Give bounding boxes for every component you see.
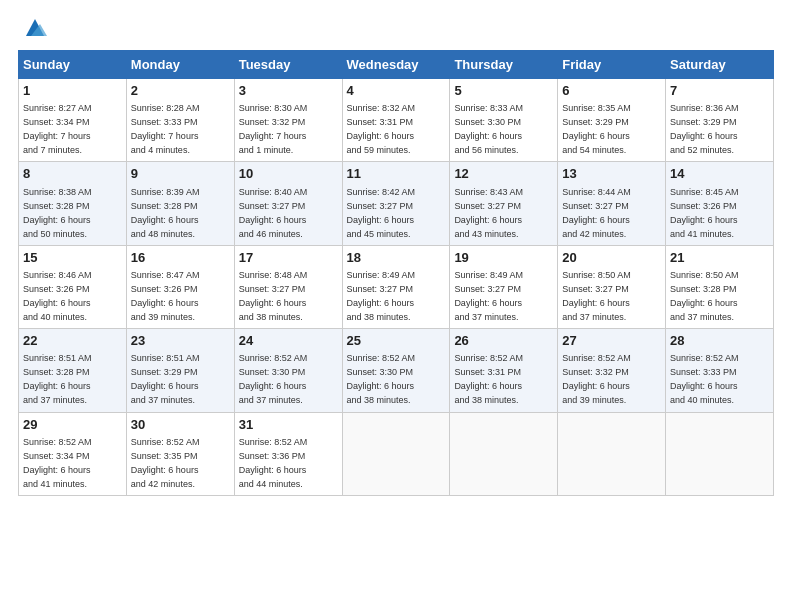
- day-number: 12: [454, 165, 553, 183]
- day-info: Sunrise: 8:38 AMSunset: 3:28 PMDaylight:…: [23, 187, 92, 239]
- day-number: 30: [131, 416, 230, 434]
- calendar-cell: 20Sunrise: 8:50 AMSunset: 3:27 PMDayligh…: [558, 245, 666, 328]
- day-info: Sunrise: 8:52 AMSunset: 3:31 PMDaylight:…: [454, 353, 523, 405]
- day-info: Sunrise: 8:50 AMSunset: 3:27 PMDaylight:…: [562, 270, 631, 322]
- calendar-cell: 11Sunrise: 8:42 AMSunset: 3:27 PMDayligh…: [342, 162, 450, 245]
- calendar-cell: 14Sunrise: 8:45 AMSunset: 3:26 PMDayligh…: [666, 162, 774, 245]
- day-number: 16: [131, 249, 230, 267]
- calendar-cell: 22Sunrise: 8:51 AMSunset: 3:28 PMDayligh…: [19, 329, 127, 412]
- calendar-cell: [666, 412, 774, 495]
- calendar-cell: 26Sunrise: 8:52 AMSunset: 3:31 PMDayligh…: [450, 329, 558, 412]
- day-info: Sunrise: 8:52 AMSunset: 3:34 PMDaylight:…: [23, 437, 92, 489]
- calendar-cell: 31Sunrise: 8:52 AMSunset: 3:36 PMDayligh…: [234, 412, 342, 495]
- day-header-sunday: Sunday: [19, 51, 127, 79]
- day-number: 2: [131, 82, 230, 100]
- day-info: Sunrise: 8:52 AMSunset: 3:35 PMDaylight:…: [131, 437, 200, 489]
- day-info: Sunrise: 8:43 AMSunset: 3:27 PMDaylight:…: [454, 187, 523, 239]
- day-number: 26: [454, 332, 553, 350]
- calendar-cell: 28Sunrise: 8:52 AMSunset: 3:33 PMDayligh…: [666, 329, 774, 412]
- day-info: Sunrise: 8:52 AMSunset: 3:30 PMDaylight:…: [239, 353, 308, 405]
- calendar-cell: 21Sunrise: 8:50 AMSunset: 3:28 PMDayligh…: [666, 245, 774, 328]
- day-info: Sunrise: 8:51 AMSunset: 3:28 PMDaylight:…: [23, 353, 92, 405]
- day-info: Sunrise: 8:36 AMSunset: 3:29 PMDaylight:…: [670, 103, 739, 155]
- day-info: Sunrise: 8:32 AMSunset: 3:31 PMDaylight:…: [347, 103, 416, 155]
- day-info: Sunrise: 8:42 AMSunset: 3:27 PMDaylight:…: [347, 187, 416, 239]
- calendar-cell: 9Sunrise: 8:39 AMSunset: 3:28 PMDaylight…: [126, 162, 234, 245]
- day-info: Sunrise: 8:28 AMSunset: 3:33 PMDaylight:…: [131, 103, 200, 155]
- day-number: 23: [131, 332, 230, 350]
- calendar-cell: 17Sunrise: 8:48 AMSunset: 3:27 PMDayligh…: [234, 245, 342, 328]
- day-info: Sunrise: 8:40 AMSunset: 3:27 PMDaylight:…: [239, 187, 308, 239]
- day-number: 9: [131, 165, 230, 183]
- calendar-cell: 5Sunrise: 8:33 AMSunset: 3:30 PMDaylight…: [450, 79, 558, 162]
- calendar-cell: 2Sunrise: 8:28 AMSunset: 3:33 PMDaylight…: [126, 79, 234, 162]
- calendar-cell: 18Sunrise: 8:49 AMSunset: 3:27 PMDayligh…: [342, 245, 450, 328]
- day-number: 22: [23, 332, 122, 350]
- calendar-cell: 24Sunrise: 8:52 AMSunset: 3:30 PMDayligh…: [234, 329, 342, 412]
- day-number: 1: [23, 82, 122, 100]
- calendar-cell: 29Sunrise: 8:52 AMSunset: 3:34 PMDayligh…: [19, 412, 127, 495]
- day-number: 28: [670, 332, 769, 350]
- day-header-thursday: Thursday: [450, 51, 558, 79]
- day-info: Sunrise: 8:52 AMSunset: 3:32 PMDaylight:…: [562, 353, 631, 405]
- day-info: Sunrise: 8:52 AMSunset: 3:36 PMDaylight:…: [239, 437, 308, 489]
- day-info: Sunrise: 8:44 AMSunset: 3:27 PMDaylight:…: [562, 187, 631, 239]
- day-number: 3: [239, 82, 338, 100]
- calendar-table: SundayMondayTuesdayWednesdayThursdayFrid…: [18, 50, 774, 496]
- day-info: Sunrise: 8:39 AMSunset: 3:28 PMDaylight:…: [131, 187, 200, 239]
- calendar-cell: 6Sunrise: 8:35 AMSunset: 3:29 PMDaylight…: [558, 79, 666, 162]
- day-number: 10: [239, 165, 338, 183]
- calendar-week-5: 29Sunrise: 8:52 AMSunset: 3:34 PMDayligh…: [19, 412, 774, 495]
- calendar-cell: 8Sunrise: 8:38 AMSunset: 3:28 PMDaylight…: [19, 162, 127, 245]
- calendar-cell: 1Sunrise: 8:27 AMSunset: 3:34 PMDaylight…: [19, 79, 127, 162]
- day-info: Sunrise: 8:52 AMSunset: 3:30 PMDaylight:…: [347, 353, 416, 405]
- logo: [18, 14, 49, 42]
- day-info: Sunrise: 8:27 AMSunset: 3:34 PMDaylight:…: [23, 103, 92, 155]
- day-number: 4: [347, 82, 446, 100]
- calendar-cell: 4Sunrise: 8:32 AMSunset: 3:31 PMDaylight…: [342, 79, 450, 162]
- logo-icon: [21, 14, 49, 42]
- day-number: 21: [670, 249, 769, 267]
- day-header-tuesday: Tuesday: [234, 51, 342, 79]
- calendar-cell: 12Sunrise: 8:43 AMSunset: 3:27 PMDayligh…: [450, 162, 558, 245]
- day-info: Sunrise: 8:52 AMSunset: 3:33 PMDaylight:…: [670, 353, 739, 405]
- day-info: Sunrise: 8:30 AMSunset: 3:32 PMDaylight:…: [239, 103, 308, 155]
- day-number: 20: [562, 249, 661, 267]
- calendar-cell: 7Sunrise: 8:36 AMSunset: 3:29 PMDaylight…: [666, 79, 774, 162]
- day-header-friday: Friday: [558, 51, 666, 79]
- day-info: Sunrise: 8:47 AMSunset: 3:26 PMDaylight:…: [131, 270, 200, 322]
- calendar-cell: 10Sunrise: 8:40 AMSunset: 3:27 PMDayligh…: [234, 162, 342, 245]
- calendar-week-2: 8Sunrise: 8:38 AMSunset: 3:28 PMDaylight…: [19, 162, 774, 245]
- day-number: 29: [23, 416, 122, 434]
- day-number: 25: [347, 332, 446, 350]
- calendar-cell: 25Sunrise: 8:52 AMSunset: 3:30 PMDayligh…: [342, 329, 450, 412]
- day-number: 13: [562, 165, 661, 183]
- day-header-monday: Monday: [126, 51, 234, 79]
- calendar-header-row: SundayMondayTuesdayWednesdayThursdayFrid…: [19, 51, 774, 79]
- day-number: 18: [347, 249, 446, 267]
- day-number: 17: [239, 249, 338, 267]
- calendar-cell: 30Sunrise: 8:52 AMSunset: 3:35 PMDayligh…: [126, 412, 234, 495]
- day-number: 19: [454, 249, 553, 267]
- calendar-week-3: 15Sunrise: 8:46 AMSunset: 3:26 PMDayligh…: [19, 245, 774, 328]
- calendar-cell: 19Sunrise: 8:49 AMSunset: 3:27 PMDayligh…: [450, 245, 558, 328]
- day-number: 7: [670, 82, 769, 100]
- day-info: Sunrise: 8:51 AMSunset: 3:29 PMDaylight:…: [131, 353, 200, 405]
- calendar-cell: [450, 412, 558, 495]
- day-header-saturday: Saturday: [666, 51, 774, 79]
- day-number: 8: [23, 165, 122, 183]
- day-info: Sunrise: 8:46 AMSunset: 3:26 PMDaylight:…: [23, 270, 92, 322]
- calendar-cell: 27Sunrise: 8:52 AMSunset: 3:32 PMDayligh…: [558, 329, 666, 412]
- calendar-cell: 3Sunrise: 8:30 AMSunset: 3:32 PMDaylight…: [234, 79, 342, 162]
- day-number: 31: [239, 416, 338, 434]
- calendar-cell: [558, 412, 666, 495]
- day-number: 5: [454, 82, 553, 100]
- calendar-cell: 23Sunrise: 8:51 AMSunset: 3:29 PMDayligh…: [126, 329, 234, 412]
- day-info: Sunrise: 8:50 AMSunset: 3:28 PMDaylight:…: [670, 270, 739, 322]
- day-number: 27: [562, 332, 661, 350]
- day-number: 24: [239, 332, 338, 350]
- day-info: Sunrise: 8:33 AMSunset: 3:30 PMDaylight:…: [454, 103, 523, 155]
- day-info: Sunrise: 8:49 AMSunset: 3:27 PMDaylight:…: [347, 270, 416, 322]
- calendar-cell: 16Sunrise: 8:47 AMSunset: 3:26 PMDayligh…: [126, 245, 234, 328]
- day-info: Sunrise: 8:49 AMSunset: 3:27 PMDaylight:…: [454, 270, 523, 322]
